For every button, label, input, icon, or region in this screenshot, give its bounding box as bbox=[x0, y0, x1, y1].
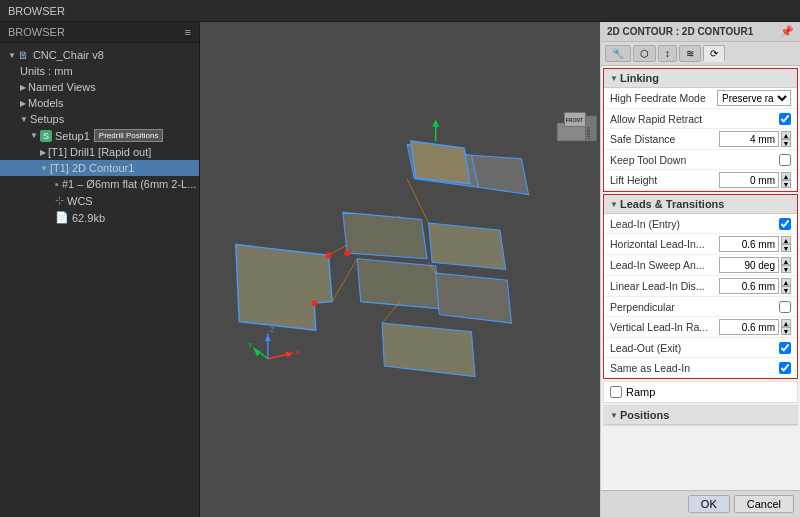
tree-item-contour1[interactable]: ▼ [T1] 2D Contour1 bbox=[0, 160, 199, 176]
svg-point-19 bbox=[326, 252, 332, 258]
linking-title: Linking bbox=[620, 72, 659, 84]
vert-lead-in-up[interactable]: ▲ bbox=[781, 319, 791, 327]
linear-lead-in-input[interactable] bbox=[719, 278, 779, 294]
positions-title: Positions bbox=[620, 409, 670, 421]
tab-passes[interactable]: ≋ bbox=[679, 45, 701, 62]
horiz-lead-in-input[interactable] bbox=[719, 236, 779, 252]
safe-distance-down[interactable]: ▼ bbox=[781, 139, 791, 147]
sidebar-header: BROWSER ≡ bbox=[0, 22, 199, 43]
tree-item-models[interactable]: ▶ Models bbox=[0, 95, 199, 111]
ok-button[interactable]: OK bbox=[688, 495, 730, 513]
cancel-button[interactable]: Cancel bbox=[734, 495, 794, 513]
lift-height-up[interactable]: ▲ bbox=[781, 172, 791, 180]
ramp-label: Ramp bbox=[626, 386, 655, 398]
tree-item-setups[interactable]: ▼ Setups bbox=[0, 111, 199, 127]
panel-tabs: 🔧 ⬡ ↕ ≋ ⟳ bbox=[601, 42, 800, 66]
tree-label: Units : mm bbox=[20, 65, 73, 77]
linear-lead-in-row: Linear Lead-In Dis... ▲ ▼ bbox=[604, 276, 797, 297]
tree-label: Models bbox=[28, 97, 63, 109]
keep-tool-down-value bbox=[779, 154, 791, 166]
tree-label: CNC_Chair v8 bbox=[33, 49, 104, 61]
high-feedrate-label: High Feedrate Mode bbox=[610, 92, 717, 104]
vert-lead-in-input[interactable] bbox=[719, 319, 779, 335]
top-bar: BROWSER bbox=[0, 0, 800, 22]
lead-in-entry-checkbox[interactable] bbox=[779, 218, 791, 230]
safe-distance-input[interactable] bbox=[719, 131, 779, 147]
horiz-lead-in-down[interactable]: ▼ bbox=[781, 244, 791, 252]
lead-in-sweep-up[interactable]: ▲ bbox=[781, 257, 791, 265]
tree-item-wcs[interactable]: ⊹ WCS bbox=[0, 192, 199, 209]
panel-header: 2D CONTOUR : 2D CONTOUR1 📌 bbox=[601, 22, 800, 42]
tab-tool[interactable]: 🔧 bbox=[605, 45, 631, 62]
positions-section: ▼ Positions bbox=[603, 405, 798, 426]
tree-label: Named Views bbox=[28, 81, 96, 93]
viewport-canvas: X Y Z FRONT RIGHT bbox=[200, 22, 600, 517]
same-as-lead-in-row: Same as Lead-In bbox=[604, 358, 797, 378]
perpendicular-value bbox=[779, 301, 791, 313]
lead-out-exit-checkbox[interactable] bbox=[779, 342, 791, 354]
perpendicular-checkbox[interactable] bbox=[779, 301, 791, 313]
svg-marker-12 bbox=[429, 223, 506, 269]
svg-marker-10 bbox=[343, 212, 427, 258]
collapse-icon: ▼ bbox=[610, 200, 618, 209]
high-feedrate-row: High Feedrate Mode Preserve ra... bbox=[604, 88, 797, 109]
tree-item-setup1[interactable]: ▼ S Setup1 Predrill Positions bbox=[0, 127, 199, 144]
high-feedrate-select[interactable]: Preserve ra... bbox=[717, 90, 791, 106]
tree-item-units[interactable]: Units : mm bbox=[0, 63, 199, 79]
tree-item-drill1[interactable]: ▶ [T1] Drill1 [Rapid out] bbox=[0, 144, 199, 160]
positions-section-header[interactable]: ▼ Positions bbox=[604, 406, 797, 425]
lift-height-row: Lift Height ▲ ▼ bbox=[604, 170, 797, 191]
panel-body: ▼ Linking High Feedrate Mode Preserve ra… bbox=[601, 66, 800, 490]
horiz-lead-in-value: ▲ ▼ bbox=[719, 236, 791, 252]
safe-distance-up[interactable]: ▲ bbox=[781, 131, 791, 139]
lead-in-sweep-value: ▲ ▼ bbox=[719, 257, 791, 273]
ramp-row: Ramp bbox=[604, 382, 797, 402]
keep-tool-down-label: Keep Tool Down bbox=[610, 154, 779, 166]
browser-label: BROWSER bbox=[8, 5, 65, 17]
lead-out-exit-value bbox=[779, 342, 791, 354]
same-as-lead-in-checkbox[interactable] bbox=[779, 362, 791, 374]
lead-in-sweep-input[interactable] bbox=[719, 257, 779, 273]
tree-item-filesize[interactable]: 📄 62.9kb bbox=[0, 209, 199, 226]
allow-rapid-retract-checkbox[interactable] bbox=[779, 113, 791, 125]
collapse-icon: ▼ bbox=[610, 74, 618, 83]
horiz-lead-in-up[interactable]: ▲ bbox=[781, 236, 791, 244]
tab-heights[interactable]: ↕ bbox=[658, 45, 677, 62]
linking-section-header[interactable]: ▼ Linking bbox=[604, 69, 797, 88]
tree-label: #1 – Ø6mm flat (6mm 2-L... bbox=[62, 178, 196, 190]
sidebar-menu-icon[interactable]: ≡ bbox=[185, 26, 191, 38]
linear-lead-in-down[interactable]: ▼ bbox=[781, 286, 791, 294]
leads-section: ▼ Leads & Transitions Lead-In (Entry) Ho… bbox=[603, 194, 798, 379]
tree-item-tool[interactable]: ▪ #1 – Ø6mm flat (6mm 2-L... bbox=[0, 176, 199, 192]
expand-icon: ▼ bbox=[610, 411, 618, 420]
tree-item-cncchair[interactable]: ▼ 🗎 CNC_Chair v8 bbox=[0, 47, 199, 63]
tab-linking[interactable]: ⟳ bbox=[703, 45, 725, 62]
tree-item-namedviews[interactable]: ▶ Named Views bbox=[0, 79, 199, 95]
linear-lead-in-up[interactable]: ▲ bbox=[781, 278, 791, 286]
keep-tool-down-checkbox[interactable] bbox=[779, 154, 791, 166]
svg-text:Z: Z bbox=[270, 326, 275, 334]
file-icon: 📄 bbox=[55, 211, 69, 224]
lead-in-entry-label: Lead-In (Entry) bbox=[610, 218, 779, 230]
safe-distance-label: Safe Distance bbox=[610, 133, 719, 145]
lead-in-sweep-down[interactable]: ▼ bbox=[781, 265, 791, 273]
horiz-lead-in-spinner: ▲ ▼ bbox=[781, 236, 791, 252]
tree-label: Setups bbox=[30, 113, 64, 125]
expand-icon: ▼ bbox=[20, 115, 28, 124]
wcs-icon: ⊹ bbox=[55, 194, 64, 207]
linear-lead-in-spinner: ▲ ▼ bbox=[781, 278, 791, 294]
lift-height-input[interactable] bbox=[719, 172, 779, 188]
tab-geometry[interactable]: ⬡ bbox=[633, 45, 656, 62]
ramp-checkbox[interactable] bbox=[610, 386, 622, 398]
vert-lead-in-down[interactable]: ▼ bbox=[781, 327, 791, 335]
perpendicular-row: Perpendicular bbox=[604, 297, 797, 317]
lead-in-sweep-row: Lead-In Sweep An... ▲ ▼ bbox=[604, 255, 797, 276]
lift-height-down[interactable]: ▼ bbox=[781, 180, 791, 188]
leads-section-header[interactable]: ▼ Leads & Transitions bbox=[604, 195, 797, 214]
linear-lead-in-value: ▲ ▼ bbox=[719, 278, 791, 294]
high-feedrate-value: Preserve ra... bbox=[717, 90, 791, 106]
panel-pin-icon[interactable]: 📌 bbox=[780, 25, 794, 38]
panel-footer: OK Cancel bbox=[601, 490, 800, 517]
viewport[interactable]: X Y Z FRONT RIGHT bbox=[200, 22, 600, 517]
tree-label: [T1] Drill1 [Rapid out] bbox=[48, 146, 151, 158]
